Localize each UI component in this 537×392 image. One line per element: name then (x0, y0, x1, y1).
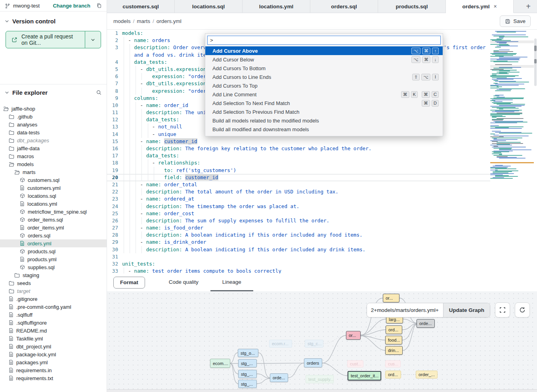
lineage-node-food[interactable]: food... (385, 336, 402, 344)
tab-code-quality[interactable]: Code quality (157, 273, 210, 291)
format-button[interactable]: Format (113, 277, 145, 289)
palette-item-add-cursor-above[interactable]: Add Cursor Above⌥⌘↑ (205, 46, 443, 55)
code-line-33[interactable]: 33- name: test_order_items_compute_to_bo… (107, 268, 490, 273)
tree-item-orders.sql[interactable]: orders.sql (0, 231, 107, 239)
code-line-22[interactable]: 22description: The total amount of the o… (107, 188, 490, 195)
tree-item-marts[interactable]: marts (0, 168, 107, 176)
tree-item-customers.sql[interactable]: customers.sql (0, 176, 107, 184)
code-line-26[interactable]: 26description: The sum of supply expense… (107, 217, 490, 224)
tab-orders.sql[interactable]: orders.sql (310, 0, 378, 13)
lineage-node-ecomr[interactable]: ecom.r... (269, 340, 292, 348)
tree-item-analyses[interactable]: analyses (0, 120, 107, 128)
create-pr-button[interactable]: Create a pull request on Git... (6, 31, 101, 48)
lineage-canvas[interactable]: or...ecom....stg_o...stg_...stg_...stg_.… (107, 291, 537, 389)
update-graph-button[interactable]: Update Graph (443, 303, 490, 317)
palette-item-add-cursors-to-bottom[interactable]: Add Cursors To Bottom (205, 64, 443, 73)
tree-item-locations.sql[interactable]: locations.sql (0, 192, 107, 200)
version-control-header[interactable]: Version control (0, 15, 107, 27)
file-explorer-header[interactable]: File explorer (0, 84, 107, 98)
palette-item-add-cursors-to-line-ends[interactable]: Add Cursors to Line Ends⇧⌥I (205, 73, 443, 81)
horizontal-scrollbar-track[interactable] (107, 389, 537, 392)
tree-item-requirements.txt[interactable]: requirements.txt (0, 374, 107, 382)
tree-item-customers.yml[interactable]: customers.yml (0, 184, 107, 192)
tree-item-locations.yml[interactable]: locations.yml (0, 200, 107, 208)
refresh-button[interactable] (515, 302, 530, 317)
lineage-node-drin[interactable]: drin... (385, 346, 403, 355)
tree-item-.gitignore[interactable]: .gitignore (0, 295, 107, 303)
lineage-node-test_supply[interactable]: test_supply... (306, 375, 334, 383)
lineage-selector-input[interactable] (367, 303, 443, 317)
lineage-node-order_[interactable]: order_... (416, 371, 438, 379)
change-branch-link[interactable]: Change branch (53, 3, 90, 9)
code-line-20[interactable]: 20field: customer_id (107, 174, 490, 181)
tree-item-models[interactable]: models (0, 160, 107, 168)
tab-lineage[interactable]: Lineage (210, 273, 253, 291)
command-palette-input[interactable] (207, 36, 441, 45)
tab-customers.sql[interactable]: customers.sql (107, 0, 175, 13)
tab-orders.yml[interactable]: orders.yml× (446, 0, 514, 13)
minimap[interactable] (490, 31, 534, 179)
lineage-node-stg_[interactable]: stg_... (238, 359, 257, 367)
tree-item-seeds[interactable]: seeds (0, 279, 107, 287)
tree-item-order_items.yml[interactable]: order_items.yml (0, 224, 107, 231)
code-line-16[interactable]: 16description: The foreign key relating … (107, 145, 490, 152)
lineage-node-cus[interactable]: cus... (385, 360, 401, 367)
lineage-node-stg_[interactable]: stg_... (238, 370, 257, 378)
tree-item-packages.yml[interactable]: packages.yml (0, 358, 107, 366)
tree-item-metricflow_time_spine.sql[interactable]: metricflow_time_spine.sql (0, 208, 107, 216)
code-line-27[interactable]: 27- name: is_food_order (107, 224, 490, 231)
create-pr-dropdown[interactable] (85, 31, 101, 48)
code-line-29[interactable]: 29- name: is_drink_order (107, 239, 490, 246)
tree-item-dbt_packages[interactable]: dbt_packages (0, 136, 107, 144)
fullscreen-button[interactable] (495, 302, 510, 317)
code-line-15[interactable]: 15- name: customer_id (107, 138, 490, 145)
palette-item-add-selection-to-previous-find-match[interactable]: Add Selection To Previous Find Match (205, 107, 443, 116)
tree-item-jaffle-data[interactable]: jaffle-data (0, 144, 107, 152)
palette-item-add-selection-to-next-find-match[interactable]: Add Selection To Next Find Match⌘D (205, 99, 443, 107)
tree-item-products.yml[interactable]: products.yml (0, 255, 107, 263)
lineage-node-orders[interactable]: orders (304, 358, 322, 367)
code-line-31[interactable]: 31 (107, 253, 490, 260)
lineage-node-test_order_it[interactable]: test_order_it... (348, 371, 381, 381)
code-line-30[interactable]: 30description: A boolean indicating if t… (107, 246, 490, 253)
editor-scrollbar[interactable] (534, 30, 537, 273)
code-line-28[interactable]: 28description: A boolean indicating if t… (107, 231, 490, 239)
code-line-17[interactable]: 17data_tests: (107, 152, 490, 159)
tab-products.sql[interactable]: products.sql (378, 0, 446, 13)
lineage-node-cust[interactable]: cust... (347, 360, 363, 367)
breadcrumb-part-orders.yml[interactable]: orders.yml (157, 18, 182, 24)
tree-item-target[interactable]: target (0, 287, 107, 295)
breadcrumb-part-marts[interactable]: marts (137, 18, 150, 24)
lineage-node-orde[interactable]: orde... (270, 373, 288, 382)
breadcrumb-part-models[interactable]: models (113, 18, 131, 24)
lineage-node-stg_[interactable]: stg_... (238, 380, 257, 388)
tab-locations.sql[interactable]: locations.sql (175, 0, 243, 13)
code-line-32[interactable]: 32unit_tests: (107, 260, 490, 268)
tree-item-Taskfile.yml[interactable]: Taskfile.yml (0, 335, 107, 342)
tree-item-jaffle-shop[interactable]: jaffle-shop (0, 105, 107, 113)
close-tab-icon[interactable]: × (493, 3, 497, 10)
code-line-23[interactable]: 23- name: ordered_at (107, 195, 490, 203)
palette-item-build-all-models-related-to-the-modified-models[interactable]: Build all models related to the modified… (205, 116, 443, 125)
lineage-node-orde[interactable]: orde... (417, 319, 435, 328)
create-pr-button-main[interactable]: Create a pull request on Git... (6, 31, 85, 48)
code-line-19[interactable]: 19to: ref('stg_customers') (107, 167, 490, 174)
copy-icon[interactable] (96, 3, 102, 8)
tab-locations.yml[interactable]: locations.yml (243, 0, 310, 13)
tree-item-supplies.sql[interactable]: supplies.sql (0, 263, 107, 271)
tree-item-package-lock.yml[interactable]: package-lock.yml (0, 350, 107, 358)
lineage-node-ord[interactable]: ord... (385, 371, 401, 379)
tree-item-orders.yml[interactable]: orders.yml (0, 239, 107, 247)
palette-item-add-line-comment[interactable]: Add Line Comment⌘K⌘C (205, 90, 443, 99)
tree-item-staging[interactable]: staging (0, 271, 107, 279)
search-icon[interactable] (96, 90, 102, 96)
palette-item-build-all-modified-and-downstream-models[interactable]: Build all modified and downstream models (205, 125, 443, 134)
code-line-24[interactable]: 24description: The timestamp the order w… (107, 203, 490, 210)
tree-item-data-tests[interactable]: data-tests (0, 128, 107, 136)
save-button[interactable]: Save (500, 15, 531, 27)
lineage-node-or[interactable]: or... (346, 331, 361, 340)
lineage-node-or[interactable]: or... (383, 294, 399, 302)
tree-item-.sqlfluff[interactable]: .sqlfluff (0, 311, 107, 319)
palette-item-add-cursors-to-top[interactable]: Add Cursors To Top (205, 81, 443, 90)
tree-item-.sqlfluffignore[interactable]: .sqlfluffignore (0, 319, 107, 327)
